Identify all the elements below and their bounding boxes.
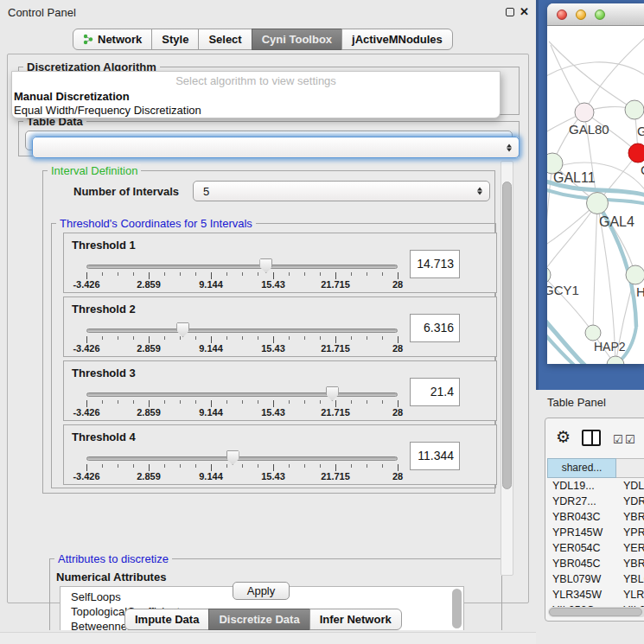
network-node[interactable]	[628, 143, 644, 163]
number-of-intervals-select[interactable]: 5	[193, 181, 490, 201]
slider-scale: -3.4262.8599.14415.4321.71528	[86, 343, 398, 354]
threshold-label: Threshold 2	[72, 303, 136, 316]
attributes-group-label: Attributes to discretize	[54, 552, 172, 565]
tab-network[interactable]: Network	[73, 29, 152, 50]
control-panel-titlebar: Control Panel ✕	[0, 0, 536, 24]
network-node-label: GCY1	[547, 283, 579, 297]
combo-spinner-icon	[507, 143, 512, 151]
slider-scale: -3.4262.8599.14415.4321.71528	[86, 279, 398, 290]
slider-track[interactable]	[86, 328, 398, 333]
network-icon	[83, 31, 93, 51]
network-node[interactable]	[585, 325, 601, 341]
network-view-window: GAL80GCGAL11GAL4GCY1HHAP2	[547, 3, 644, 364]
network-node[interactable]	[626, 265, 644, 284]
panel-scrollbar-thumb[interactable]	[502, 182, 512, 489]
network-edge	[547, 62, 644, 80]
network-window-titlebar	[547, 3, 644, 26]
combo-spinner-icon	[477, 188, 482, 195]
network-canvas[interactable]: GAL80GCGAL11GAL4GCY1HHAP2	[547, 26, 644, 364]
network-node[interactable]	[575, 103, 594, 122]
table-row[interactable]: YDL19...YDL1	[547, 478, 644, 494]
table-row[interactable]: YBR043CYBR0	[547, 509, 644, 525]
popup-option[interactable]: Equal Width/Frequency Discretization	[14, 104, 201, 117]
threshold-value-field[interactable]: 21.4	[410, 378, 460, 406]
number-of-intervals-value: 5	[203, 185, 209, 198]
close-icon[interactable]: ✕	[520, 5, 529, 18]
gear-icon[interactable]: ⚙	[556, 427, 571, 447]
interval-definition-label: Interval Definition	[48, 164, 141, 177]
popup-prompt: Select algorithm to view settings	[12, 74, 500, 87]
network-node-label: H	[636, 284, 644, 299]
screenshot-root: Control Panel ✕ NetworkStyleSelectCyni T…	[0, 0, 644, 644]
network-node-label: HAP2	[594, 340, 626, 354]
threshold-value-field[interactable]: 6.316	[410, 314, 460, 342]
thresholds-group-label: Threshold's Coordinates for 5 Intervals	[56, 217, 256, 230]
slider-thumb[interactable]	[226, 450, 239, 465]
checkbox-icon[interactable]: ☑	[613, 433, 623, 446]
popup-option[interactable]: Manual Discretization	[14, 90, 130, 103]
tab-infer-network[interactable]: Infer Network	[309, 609, 402, 630]
network-node-label: C	[641, 163, 644, 177]
slider-thumb[interactable]	[259, 258, 272, 273]
mac-minimize-icon[interactable]	[576, 10, 586, 20]
slider-thumb[interactable]	[176, 322, 189, 337]
slider-track[interactable]	[86, 392, 398, 397]
table-hscrollbar[interactable]	[548, 607, 644, 617]
mac-close-icon[interactable]	[557, 10, 567, 20]
tab-jactivemnodules[interactable]: jActiveMNodules	[341, 29, 453, 50]
threshold-label: Threshold 4	[72, 430, 136, 443]
slider-track[interactable]	[86, 456, 398, 461]
tab-impute-data[interactable]: Impute Data	[124, 609, 209, 630]
numerical-attributes-label: Numerical Attributes	[56, 571, 166, 583]
tab-select[interactable]: Select	[198, 29, 252, 50]
table-panel-title: Table Panel	[547, 396, 606, 409]
network-edge	[551, 45, 584, 112]
network-node-label: GAL80	[569, 122, 609, 137]
bottom-strip	[0, 632, 536, 644]
threshold-panel: Threshold 4-3.4262.8599.14415.4321.71528…	[63, 424, 497, 485]
network-node-label: GAL4	[599, 214, 634, 229]
column-header-shared-name[interactable]: shared...	[547, 458, 616, 478]
threshold-value-field[interactable]: 14.713	[410, 250, 460, 278]
threshold-label: Threshold 1	[72, 239, 136, 252]
table-row[interactable]: YBL079WYBL0	[547, 571, 644, 587]
table-row[interactable]: YLR345WYLR3	[547, 587, 644, 603]
network-node-label: GAL11	[553, 170, 596, 185]
apply-button[interactable]: Apply	[233, 582, 290, 600]
algorithm-select[interactable]	[32, 137, 520, 158]
checkbox-icon[interactable]: ☑	[625, 433, 635, 446]
network-node[interactable]	[587, 193, 609, 214]
network-node[interactable]	[625, 100, 644, 119]
tab-cyni-toolbox[interactable]: Cyni Toolbox	[252, 29, 342, 50]
column-layout-icon[interactable]	[582, 430, 601, 446]
network-node[interactable]	[547, 266, 551, 284]
table-header: shared... na	[547, 458, 644, 478]
mac-zoom-icon[interactable]	[595, 10, 605, 20]
slider-scale: -3.4262.8599.14415.4321.71528	[86, 407, 398, 418]
table-hscrollbar-thumb[interactable]	[549, 608, 642, 616]
column-header-name[interactable]: na	[616, 458, 644, 478]
number-of-intervals-label: Number of Intervals	[73, 185, 179, 198]
threshold-panel: Threshold 3-3.4262.8599.14415.4321.71528…	[63, 360, 497, 421]
threshold-panel: Threshold 1-3.4262.8599.14415.4321.71528…	[63, 233, 497, 293]
slider-track[interactable]	[86, 265, 398, 269]
threshold-panel: Threshold 2-3.4262.8599.14415.4321.71528…	[63, 296, 497, 357]
table-row[interactable]: YBR045CYBR0	[547, 556, 644, 571]
tab-style[interactable]: Style	[151, 29, 199, 50]
panel-title: Control Panel	[8, 6, 76, 19]
list-scrollbar[interactable]	[452, 589, 462, 630]
panel-scrollbar[interactable]	[501, 161, 513, 576]
threshold-value-field[interactable]: 11.344	[410, 442, 460, 470]
network-edge	[593, 203, 597, 333]
table-row[interactable]: YDR27...YDR2	[547, 494, 644, 509]
table-panel: ⚙ ☑ ☑ shared... na YDL19...YDL1YDR27...Y…	[545, 418, 644, 622]
network-node-label: G	[637, 124, 644, 138]
slider-thumb[interactable]	[326, 386, 339, 401]
float-window-icon[interactable]	[506, 8, 514, 16]
table-row[interactable]: YER054CYER0	[547, 540, 644, 556]
tab-discretize-data[interactable]: Discretize Data	[208, 609, 309, 630]
table-rows: YDL19...YDL1YDR27...YDR2YBR043CYBR0YPR14…	[547, 478, 644, 607]
top-tab-bar: NetworkStyleSelectCyni ToolboxjActiveMNo…	[73, 29, 453, 50]
table-row[interactable]: YPR145WYPR1	[547, 525, 644, 540]
bottom-tab-bar: Impute DataDiscretize DataInfer Network	[124, 609, 402, 630]
